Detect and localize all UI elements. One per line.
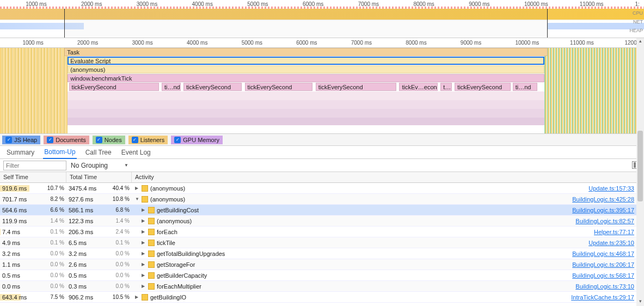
flame-tick-every-second[interactable]: tickEverySecond — [316, 83, 396, 91]
source-link[interactable]: IntraTickCache.ts:29:17 — [571, 294, 644, 301]
table-row[interactable]: 3.2 ms0.0 %3.2 ms0.0 %▶getTotalBuildingU… — [0, 248, 644, 259]
table-row[interactable]: 7.4 ms0.1 %206.3 ms2.4 %▶forEachHelper.t… — [0, 227, 644, 237]
legend-listeners[interactable]: ✓Listeners — [128, 136, 168, 144]
scrollbar[interactable]: ▴ ▾ — [636, 38, 644, 306]
table-row[interactable]: 564.6 ms6.6 %586.1 ms6.8 %▶getBuildingCo… — [0, 205, 644, 216]
table-header[interactable]: Self Time Total Time Activity — [0, 172, 644, 183]
table-row[interactable]: 0.5 ms0.0 %0.5 ms0.0 %▶getBuilderCapacit… — [0, 270, 644, 281]
activity-swatch-icon — [148, 250, 155, 257]
total-time-ms: 586.1 ms — [69, 207, 93, 213]
tree-caret-icon[interactable]: ▶ — [142, 284, 146, 289]
self-time-pct: 7.5 % — [50, 294, 64, 301]
tree-caret-icon[interactable]: ▶ — [135, 186, 139, 191]
table-row[interactable]: 4.9 ms0.1 %6.5 ms0.1 %▶tickTileUpdate.ts… — [0, 237, 644, 248]
flame-evaluate-script[interactable]: Evaluate Script — [68, 57, 544, 65]
filter-input[interactable] — [3, 161, 66, 170]
flame-tick-every-second[interactable]: ti…nd — [513, 83, 537, 91]
tree-caret-icon[interactable]: ▼ — [135, 197, 139, 201]
source-link[interactable]: BuildingLogic.ts:395:17 — [572, 207, 644, 213]
self-time-pct: 1.4 % — [50, 218, 64, 224]
legend-gpu[interactable]: ✓GPU Memory — [171, 136, 223, 144]
self-time-pct: 8.2 % — [50, 196, 64, 203]
flame-tick-every-second[interactable]: t… — [440, 83, 452, 91]
table-row[interactable]: 919.6 ms10.7 %3475.4 ms40.4 %▶(anonymous… — [0, 183, 644, 194]
tree-caret-icon[interactable]: ▶ — [142, 240, 146, 245]
tree-caret-icon[interactable]: ▶ — [142, 229, 146, 234]
activity-swatch-icon — [142, 294, 148, 301]
table-row[interactable]: 701.7 ms8.2 %927.6 ms10.8 %▼(anonymous)B… — [0, 194, 644, 205]
col-activity[interactable]: Activity — [132, 172, 644, 182]
tab-summary[interactable]: Summary — [5, 146, 35, 158]
main-ruler-tick: 3000 ms — [132, 40, 153, 46]
tree-caret-icon[interactable]: ▶ — [142, 273, 146, 278]
col-total-time[interactable]: Total Time — [66, 172, 132, 182]
flame-tick-every-second[interactable]: tickEverySecond — [245, 83, 312, 91]
self-time-pct: 0.0 % — [50, 250, 64, 257]
source-link[interactable]: BuildingLogic.ts:468:17 — [572, 250, 644, 257]
legend-documents[interactable]: ✓Documents — [44, 136, 89, 144]
table-row[interactable]: 643.4 ms7.5 %906.2 ms10.5 %▶getBuildingI… — [0, 292, 644, 303]
scrollbar-up-icon[interactable]: ▴ — [636, 38, 644, 46]
tree-caret-icon[interactable]: ▶ — [142, 218, 146, 223]
activity-name: forEach — [157, 229, 177, 235]
source-link[interactable]: BuildingLogic.ts:206:17 — [572, 261, 644, 268]
tab-bottom-up[interactable]: Bottom-Up — [43, 146, 76, 159]
total-time-pct: 10.5 % — [113, 294, 130, 301]
total-time-pct: 0.0 % — [115, 272, 130, 279]
memory-legend: ✓JS Heap ✓Documents ✓Nodes ✓Listeners ✓G… — [0, 134, 644, 146]
main-ruler-tick: 7000 ms — [351, 40, 372, 46]
source-link[interactable]: BuildingLogic.ts:568:17 — [572, 272, 644, 279]
source-link[interactable]: BuildingLogic.ts:73:10 — [575, 283, 644, 290]
self-time-pct: 0.0 % — [50, 261, 64, 268]
main-ruler-tick: 11000 ms — [570, 40, 594, 46]
main-ruler-tick: 5000 ms — [242, 40, 262, 46]
flame-tick-every-second[interactable]: tickEverySecond — [455, 83, 511, 91]
activity-name: getStorageFor — [157, 261, 195, 268]
self-time-pct: 0.0 % — [50, 272, 64, 279]
self-time-pct: 0.1 % — [50, 229, 64, 235]
flame-anonymous[interactable]: (anonymous) — [68, 65, 544, 74]
source-link[interactable]: Update.ts:157:33 — [588, 185, 644, 192]
table-row[interactable]: 119.9 ms1.4 %122.3 ms1.4 %▶(anonymous)Bu… — [0, 216, 644, 227]
total-time-ms: 3.2 ms — [69, 250, 87, 257]
main-ruler-tick: 9000 ms — [461, 40, 481, 46]
tree-caret-icon[interactable]: ▶ — [142, 207, 146, 212]
grouping-select[interactable]: No Grouping▼ — [71, 162, 128, 169]
flame-deep-stack[interactable] — [68, 91, 544, 125]
flame-tick-every-second[interactable]: tickEv…econd — [399, 83, 438, 91]
scrollbar-thumb[interactable] — [637, 131, 643, 201]
flame-tick-every-second[interactable]: tickEverySecond — [69, 83, 160, 91]
scrollbar-down-icon[interactable]: ▾ — [636, 298, 644, 306]
activity-name: getBuildingCost — [157, 207, 199, 213]
activity-name: getBuildingIO — [150, 294, 186, 301]
activity-swatch-icon — [148, 283, 155, 290]
legend-jsheap[interactable]: ✓JS Heap — [2, 136, 40, 144]
flame-benchmark[interactable]: window.benchmarkTick — [68, 74, 544, 82]
flame-chart[interactable]: Task Evaluate Script (anonymous) window.… — [0, 48, 644, 134]
table-row[interactable]: 0.0 ms0.0 %0.3 ms0.0 %▶forEachMultiplier… — [0, 281, 644, 292]
flame-tick-every-second[interactable]: ti…nd — [162, 83, 181, 91]
source-link[interactable]: BuildingLogic.ts:425:28 — [572, 196, 644, 203]
main-ruler-tick: 6000 ms — [296, 40, 317, 46]
self-time-ms: 564.6 ms — [2, 207, 27, 213]
main-ruler[interactable]: ▲ 1000 ms2000 ms3000 ms4000 ms5000 ms600… — [0, 38, 644, 48]
flame-tick-every-second[interactable]: tickEverySecond — [183, 83, 241, 91]
overview-selection[interactable] — [64, 9, 547, 38]
col-self-time[interactable]: Self Time — [0, 172, 66, 182]
main-ruler-tick: 4000 ms — [187, 40, 207, 46]
tree-caret-icon[interactable]: ▶ — [142, 262, 146, 267]
tab-call-tree[interactable]: Call Tree — [84, 146, 113, 158]
source-link[interactable]: Update.ts:235:10 — [588, 240, 644, 246]
overview-timeline[interactable]: 1000 ms2000 ms3000 ms4000 ms5000 ms6000 … — [0, 0, 644, 38]
flame-tick-row: tickEverySecondti…ndtickEverySecondtickE… — [0, 83, 644, 91]
filter-bar: No Grouping▼ — [0, 159, 644, 172]
flame-task[interactable]: Task — [64, 48, 547, 56]
main-ruler-tick: 8000 ms — [406, 40, 426, 46]
tab-event-log[interactable]: Event Log — [120, 146, 152, 158]
table-row[interactable]: 1.1 ms0.0 %2.6 ms0.0 %▶getStorageForBuil… — [0, 259, 644, 270]
tree-caret-icon[interactable]: ▶ — [135, 295, 139, 299]
legend-nodes[interactable]: ✓Nodes — [93, 136, 125, 144]
source-link[interactable]: BuildingLogic.ts:82:57 — [575, 218, 644, 224]
tree-caret-icon[interactable]: ▶ — [142, 251, 146, 256]
self-time-ms: 3.2 ms — [2, 250, 20, 257]
